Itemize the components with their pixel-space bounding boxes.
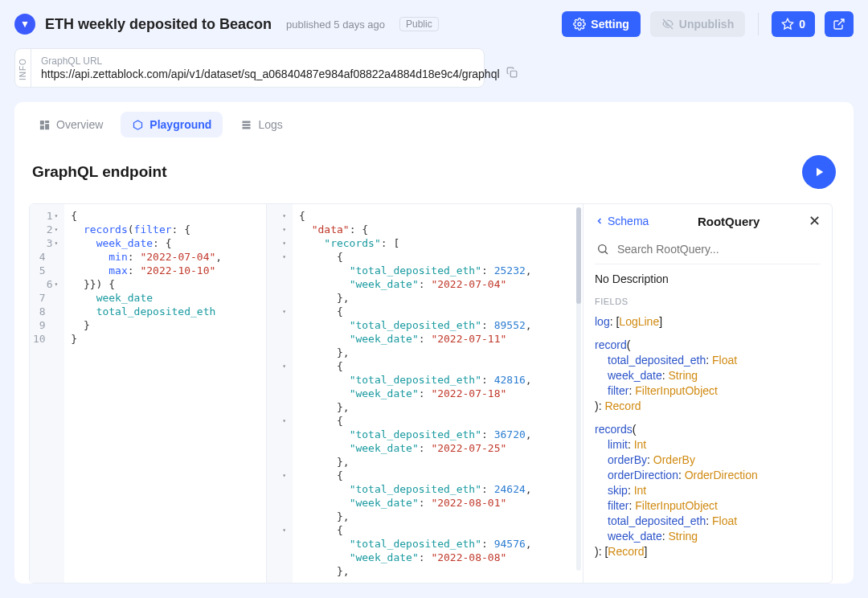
svg-point-0 (578, 23, 581, 26)
query-editor[interactable]: 1▾ 2▾ 3▾ 4 5 6▾ 7 8 9 10 { records(filte… (29, 203, 267, 584)
field-record[interactable]: record(total_deposited_eth: Floatweek_da… (595, 338, 821, 414)
info-tab: INFO (15, 49, 31, 87)
field-records[interactable]: records(limit: IntorderBy: OrderByorderD… (595, 422, 821, 559)
published-label: published 5 days ago (286, 18, 385, 31)
scrollbar[interactable] (576, 207, 581, 571)
setting-label: Setting (591, 18, 628, 31)
close-icon[interactable]: ✕ (809, 212, 821, 230)
fields-header: FIELDS (595, 297, 821, 306)
schema-description: No Description (595, 272, 821, 285)
brand-icon (14, 14, 35, 35)
tab-overview[interactable]: Overview (27, 112, 114, 137)
unpublish-button: Unpublish (650, 11, 745, 37)
graphql-url-label: GraphQL URL (41, 55, 518, 67)
tab-playground[interactable]: Playground (121, 112, 223, 137)
page-title: ETH weekly deposited to Beacon (45, 16, 272, 33)
svg-point-3 (599, 245, 606, 252)
tab-overview-label: Overview (56, 118, 103, 131)
star-button[interactable]: 0 (772, 11, 815, 37)
copy-icon[interactable] (506, 67, 518, 80)
search-icon (596, 243, 609, 256)
graphql-url-value: https://api.zettablock.com/api/v1/datase… (41, 68, 500, 80)
visibility-badge: Public (399, 17, 439, 31)
svg-rect-2 (510, 71, 517, 77)
schema-title: RootQuery (649, 215, 809, 228)
schema-back-button[interactable]: Schema (595, 215, 649, 227)
star-count: 0 (799, 18, 805, 31)
unpublish-label: Unpublish (679, 18, 734, 31)
tab-playground-label: Playground (149, 118, 211, 131)
tab-logs-label: Logs (258, 118, 282, 131)
svg-marker-1 (783, 18, 793, 29)
open-external-button[interactable] (825, 11, 854, 37)
schema-panel: Schema RootQuery ✕ No Description FIELDS… (583, 203, 833, 584)
run-button[interactable] (802, 155, 836, 189)
section-title: GraphQL endpoint (32, 163, 166, 181)
response-viewer[interactable]: ▾▾▾▾ ▾ ▾ ▾ ▾ ▾ { "data": { "records": [ … (267, 203, 583, 584)
schema-search-input[interactable] (617, 243, 819, 256)
field-log[interactable]: log: [LogLine] (595, 314, 821, 330)
setting-button[interactable]: Setting (562, 11, 640, 37)
tab-logs[interactable]: Logs (229, 112, 293, 137)
